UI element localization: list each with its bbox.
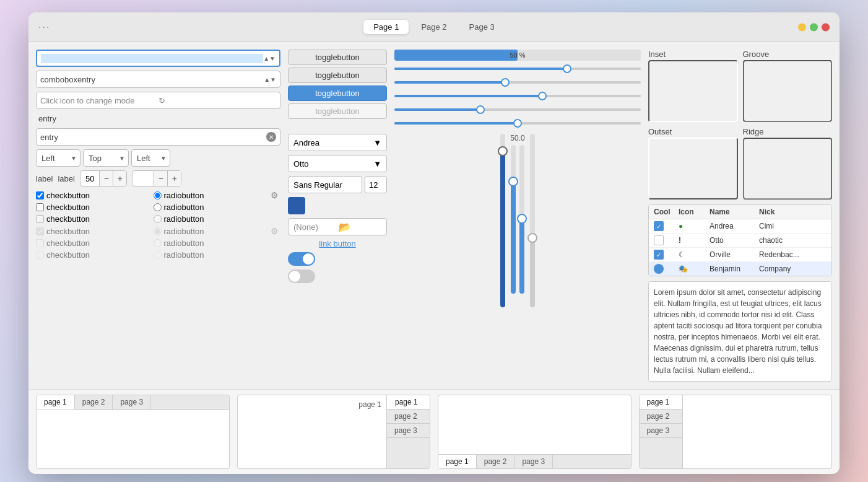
toggle-btn-1[interactable]: togglebutton bbox=[288, 50, 387, 65]
v-slider-3-thumb[interactable] bbox=[517, 214, 527, 224]
nb1-tab-3[interactable]: page 3 bbox=[113, 395, 151, 410]
nb4-tab-2[interactable]: page 2 bbox=[640, 410, 682, 424]
combo-dropdown-2[interactable]: Otto ▼ bbox=[288, 155, 387, 172]
table-row-otto[interactable]: ! Otto chaotic bbox=[649, 234, 831, 248]
radio-item-5[interactable]: radiobutton bbox=[154, 239, 266, 248]
align-middle-select[interactable]: TopMiddleBottom ▼ bbox=[83, 149, 129, 167]
slider-4-thumb[interactable] bbox=[476, 105, 485, 114]
v-slider-3-track[interactable] bbox=[519, 145, 524, 294]
clear-button[interactable]: ✕ bbox=[266, 132, 276, 142]
tab-page1[interactable]: Page 1 bbox=[363, 20, 409, 34]
table-row-orville[interactable]: ✓ ☾ Orville Redenbac... bbox=[649, 248, 831, 262]
nb2-tab-3[interactable]: page 3 bbox=[387, 424, 430, 438]
radio-item-2[interactable]: radiobutton bbox=[154, 203, 266, 212]
radio-item-1[interactable]: radiobutton bbox=[154, 191, 266, 200]
table-row-benjamin[interactable]: 🎭 Benjamin Company bbox=[649, 262, 831, 276]
combo-entry-input[interactable]: comboboxentry bbox=[41, 54, 263, 63]
check-item-2[interactable]: checkbutton bbox=[36, 203, 149, 212]
gear-icon-1[interactable]: ⚙ bbox=[271, 190, 280, 200]
nb2-tab-2[interactable]: page 2 bbox=[387, 410, 430, 424]
close-button[interactable] bbox=[822, 23, 830, 31]
v-slider-1-thumb[interactable] bbox=[498, 146, 508, 156]
nb1-tab-1[interactable]: page 1 bbox=[37, 395, 75, 410]
nb2-tab-1[interactable]: page 1 bbox=[387, 395, 430, 410]
v-slider-4-thumb[interactable] bbox=[527, 233, 537, 243]
refresh-icon[interactable]: ↻ bbox=[158, 96, 277, 105]
radio-item-3[interactable]: radiobutton bbox=[154, 214, 266, 224]
gear-icon-2[interactable]: ⚙ bbox=[271, 226, 280, 236]
radio-item-6[interactable]: radiobutton bbox=[154, 250, 266, 260]
nb4-tab-3[interactable]: page 3 bbox=[640, 424, 682, 438]
color-button[interactable] bbox=[288, 197, 305, 214]
toggle-switch-1[interactable] bbox=[288, 252, 387, 266]
radio-1[interactable] bbox=[154, 191, 162, 199]
slider-3-thumb[interactable] bbox=[538, 92, 547, 100]
toggle-btn-4[interactable]: togglebutton bbox=[288, 103, 387, 119]
combo-entry-arrow[interactable]: ▲▼ bbox=[263, 55, 276, 62]
v-slider-4[interactable] bbox=[530, 134, 535, 307]
table-row-andrea[interactable]: ✓ ● Andrea Cimi bbox=[649, 219, 831, 234]
minimize-button[interactable] bbox=[798, 23, 806, 31]
radio-item-4[interactable]: radiobutton bbox=[154, 227, 266, 236]
align-right-dropdown[interactable]: LeftRight bbox=[131, 149, 170, 167]
empty-spin-plus[interactable]: + bbox=[167, 171, 181, 186]
tab-page2[interactable]: Page 2 bbox=[411, 20, 456, 34]
radio-6[interactable] bbox=[154, 251, 162, 259]
align-middle-dropdown[interactable]: TopMiddleBottom bbox=[83, 149, 129, 167]
slider-2[interactable] bbox=[394, 77, 641, 88]
slider-2-thumb[interactable] bbox=[501, 78, 510, 87]
nb3-tab-3[interactable]: page 3 bbox=[514, 455, 553, 468]
check-item-3[interactable]: checkbutton bbox=[36, 214, 149, 224]
slider-4[interactable] bbox=[394, 104, 641, 115]
more-menu[interactable]: ··· bbox=[38, 22, 50, 33]
font-size-box[interactable]: 12 bbox=[365, 176, 387, 193]
radio-4[interactable] bbox=[154, 227, 162, 235]
align-left-select[interactable]: LeftCenterRight ▼ bbox=[36, 149, 80, 167]
v-slider-2-track[interactable] bbox=[511, 145, 516, 294]
checkbox-2[interactable] bbox=[36, 203, 44, 211]
checkbox-3[interactable] bbox=[36, 215, 44, 223]
entry-with-clear[interactable]: entry ✕ bbox=[36, 128, 280, 146]
tab-page3[interactable]: Page 3 bbox=[459, 20, 505, 34]
checkbox-5[interactable] bbox=[36, 239, 44, 247]
icon-entry[interactable]: Click icon to change mode ↻ bbox=[36, 92, 280, 109]
switch-2-track[interactable] bbox=[288, 269, 315, 283]
toggle-btn-3[interactable]: togglebutton bbox=[288, 85, 387, 101]
nb1-tab-2[interactable]: page 2 bbox=[75, 395, 113, 410]
slider-5[interactable] bbox=[394, 118, 641, 129]
align-right-select[interactable]: LeftRight ▼ bbox=[131, 149, 170, 167]
switch-1-track[interactable] bbox=[288, 252, 315, 266]
combo-entry-selected[interactable]: comboboxentry ▲▼ bbox=[36, 50, 280, 67]
empty-spin-minus[interactable]: − bbox=[154, 171, 167, 186]
combo-dropdown-1[interactable]: Andrea ▼ bbox=[288, 134, 387, 151]
checkbox-6[interactable] bbox=[36, 251, 44, 259]
toggle-switch-2[interactable] bbox=[288, 269, 387, 283]
v-slider-2-thumb[interactable] bbox=[508, 177, 518, 186]
empty-spin[interactable]: − + bbox=[132, 170, 181, 186]
combo-entry2[interactable]: comboboxentry ▲▼ bbox=[36, 71, 280, 88]
radio-5[interactable] bbox=[154, 239, 162, 247]
link-button[interactable]: link button bbox=[288, 239, 387, 248]
file-row[interactable]: (None) 📂 bbox=[288, 218, 387, 235]
slider-1[interactable] bbox=[394, 63, 641, 74]
spin-plus[interactable]: + bbox=[113, 171, 126, 186]
combo-entry2-arrow[interactable]: ▲▼ bbox=[264, 76, 276, 83]
nb3-tab-2[interactable]: page 2 bbox=[477, 455, 515, 468]
check-item-6[interactable]: checkbutton bbox=[36, 250, 149, 260]
checkbox-4[interactable] bbox=[36, 227, 44, 235]
radio-2[interactable] bbox=[154, 203, 162, 211]
radio-3[interactable] bbox=[154, 215, 162, 223]
nb4-tab-1[interactable]: page 1 bbox=[640, 395, 682, 410]
maximize-button[interactable] bbox=[810, 23, 818, 31]
check-item-1[interactable]: checkbutton bbox=[36, 191, 149, 200]
checkbox-1[interactable] bbox=[36, 191, 44, 199]
v-slider-1[interactable] bbox=[500, 134, 505, 307]
align-left-dropdown[interactable]: LeftCenterRight bbox=[36, 149, 80, 167]
spin-box[interactable]: 50 − + bbox=[80, 170, 127, 186]
nb3-tab-1[interactable]: page 1 bbox=[438, 455, 477, 468]
font-name-box[interactable]: Sans Regular bbox=[288, 176, 362, 193]
slider-3[interactable] bbox=[394, 90, 641, 102]
slider-5-thumb[interactable] bbox=[513, 119, 522, 128]
spin-minus[interactable]: − bbox=[99, 171, 113, 186]
folder-icon[interactable]: 📂 bbox=[339, 221, 381, 233]
